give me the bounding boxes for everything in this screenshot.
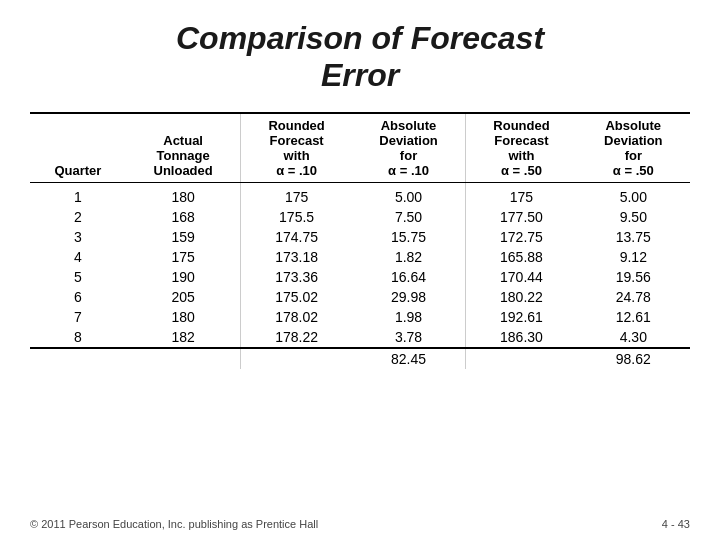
col-header-abs-dev-50: AbsoluteDeviationforα = .50 xyxy=(577,113,690,183)
col-header-quarter: Quarter xyxy=(30,113,126,183)
table-cell: 186.30 xyxy=(466,327,577,348)
table-total-cell: 82.45 xyxy=(352,348,466,369)
table-cell: 168 xyxy=(126,207,241,227)
table-total-cell: 98.62 xyxy=(577,348,690,369)
table-cell: 19.56 xyxy=(577,267,690,287)
table-cell: 175 xyxy=(466,182,577,207)
footer: © 2011 Pearson Education, Inc. publishin… xyxy=(30,512,690,530)
table-cell: 8 xyxy=(30,327,126,348)
table-cell: 175 xyxy=(126,247,241,267)
table-cell: 4.30 xyxy=(577,327,690,348)
table-cell: 165.88 xyxy=(466,247,577,267)
table-cell: 3 xyxy=(30,227,126,247)
table-cell: 1.82 xyxy=(352,247,466,267)
table-cell: 12.61 xyxy=(577,307,690,327)
table-cell: 178.02 xyxy=(241,307,352,327)
table-cell: 6 xyxy=(30,287,126,307)
table-cell: 159 xyxy=(126,227,241,247)
col-header-abs-dev-10: AbsoluteDeviationforα = .10 xyxy=(352,113,466,183)
footer-right: 4 - 43 xyxy=(662,518,690,530)
table-cell: 24.78 xyxy=(577,287,690,307)
table-cell: 182 xyxy=(126,327,241,348)
table-cell: 173.18 xyxy=(241,247,352,267)
table-cell: 9.50 xyxy=(577,207,690,227)
table-cell: 13.75 xyxy=(577,227,690,247)
table-cell: 190 xyxy=(126,267,241,287)
table-cell: 29.98 xyxy=(352,287,466,307)
table-cell: 1.98 xyxy=(352,307,466,327)
col-header-actual: ActualTonnageUnloaded xyxy=(126,113,241,183)
page-title: Comparison of Forecast Error xyxy=(176,20,544,94)
table-total-cell xyxy=(126,348,241,369)
table-cell: 2 xyxy=(30,207,126,227)
table-cell: 5.00 xyxy=(352,182,466,207)
table-cell: 15.75 xyxy=(352,227,466,247)
footer-left: © 2011 Pearson Education, Inc. publishin… xyxy=(30,518,318,530)
table-cell: 9.12 xyxy=(577,247,690,267)
table-cell: 175.02 xyxy=(241,287,352,307)
table-cell: 172.75 xyxy=(466,227,577,247)
table-cell: 7.50 xyxy=(352,207,466,227)
table-cell: 205 xyxy=(126,287,241,307)
table-cell: 192.61 xyxy=(466,307,577,327)
table-cell: 4 xyxy=(30,247,126,267)
table-cell: 175.5 xyxy=(241,207,352,227)
table-cell: 5.00 xyxy=(577,182,690,207)
col-header-rounded-50: RoundedForecastwithα = .50 xyxy=(466,113,577,183)
table-cell: 178.22 xyxy=(241,327,352,348)
table-cell: 174.75 xyxy=(241,227,352,247)
table-cell: 180 xyxy=(126,182,241,207)
table-cell: 3.78 xyxy=(352,327,466,348)
table-cell: 170.44 xyxy=(466,267,577,287)
forecast-table: Quarter ActualTonnageUnloaded RoundedFor… xyxy=(30,112,690,369)
table-cell: 180.22 xyxy=(466,287,577,307)
table-cell: 1 xyxy=(30,182,126,207)
col-header-rounded-10: RoundedForecastwithα = .10 xyxy=(241,113,352,183)
table-cell: 7 xyxy=(30,307,126,327)
table-cell: 180 xyxy=(126,307,241,327)
table-cell: 177.50 xyxy=(466,207,577,227)
table-cell: 175 xyxy=(241,182,352,207)
table-cell: 5 xyxy=(30,267,126,287)
table-total-cell xyxy=(466,348,577,369)
table-cell: 16.64 xyxy=(352,267,466,287)
table-total-cell xyxy=(241,348,352,369)
table-total-cell xyxy=(30,348,126,369)
table-cell: 173.36 xyxy=(241,267,352,287)
